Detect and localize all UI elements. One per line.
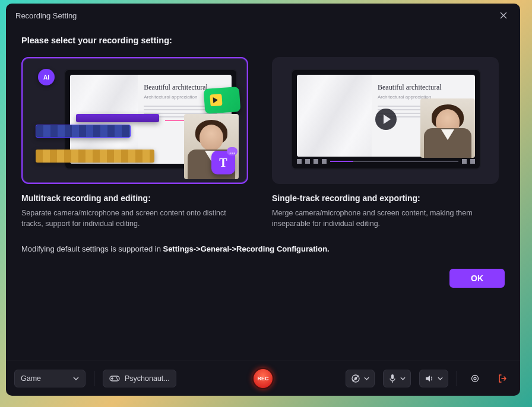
settings-button[interactable] — [466, 370, 484, 387]
presenter-illustration — [420, 98, 475, 158]
chevron-down-icon — [400, 377, 406, 380]
option-multitrack[interactable]: Beautiful architectural Architectural ap… — [21, 57, 248, 229]
note-path: Settings->General->Recording Configurati… — [163, 244, 329, 253]
chevron-down-icon — [364, 377, 369, 380]
game-source-label: Psychonaut... — [125, 374, 170, 383]
video-widget-icon — [204, 87, 241, 114]
exit-button[interactable] — [493, 370, 512, 387]
close-button[interactable] — [496, 8, 511, 23]
svg-point-7 — [474, 377, 476, 380]
player-controls — [297, 157, 475, 166]
svg-rect-5 — [391, 374, 394, 379]
exit-icon — [498, 374, 507, 383]
microphone-toggle[interactable] — [383, 370, 411, 387]
gamepad-icon — [109, 374, 120, 383]
options-row: Beautiful architectural Architectural ap… — [21, 57, 505, 229]
speaker-icon — [425, 374, 434, 383]
chevron-down-icon — [438, 377, 443, 380]
video-track-strip-2 — [36, 150, 154, 163]
note-prefix: Modifying default settings is supported … — [21, 244, 163, 253]
webcam-off-icon — [351, 374, 360, 383]
ok-button[interactable]: OK — [449, 269, 505, 288]
microphone-icon — [388, 374, 397, 383]
mode-select[interactable]: Game — [14, 370, 86, 387]
text-widget-icon: T — [211, 151, 235, 174]
mock-screen-title: Beautiful architectural — [378, 83, 469, 92]
audio-track-strip — [76, 114, 159, 122]
system-audio-toggle[interactable] — [419, 370, 448, 387]
game-source-chip[interactable]: Psychonaut... — [103, 370, 176, 387]
window-title: Recording Setting — [15, 11, 77, 20]
option-multitrack-desc: Separate camera/microphone and screen co… — [21, 208, 248, 229]
record-button[interactable]: REC — [252, 368, 274, 389]
play-icon — [375, 109, 397, 130]
chevron-down-icon — [73, 377, 79, 380]
close-icon — [500, 12, 507, 19]
svg-point-2 — [117, 379, 118, 380]
titlebar: Recording Setting — [6, 4, 520, 27]
divider — [457, 371, 457, 386]
divider — [94, 371, 94, 386]
option-singletrack-title: Single-track recording and exporting: — [272, 193, 499, 203]
record-label: REC — [257, 376, 268, 381]
bottom-toolbar: Game Psychonaut... REC — [6, 360, 520, 396]
svg-point-1 — [116, 377, 117, 379]
option-multitrack-title: Multitrack recording and editing: — [21, 193, 248, 203]
webcam-toggle[interactable] — [346, 370, 375, 387]
video-track-strip-1 — [36, 125, 131, 138]
recording-setting-dialog: Recording Setting Please select your rec… — [6, 4, 520, 396]
mode-select-value: Game — [21, 374, 41, 383]
option-multitrack-thumb: Beautiful architectural Architectural ap… — [21, 57, 248, 184]
settings-path-note: Modifying default settings is supported … — [21, 244, 505, 253]
option-singletrack-thumb: Beautiful architectural Architectural ap… — [272, 57, 499, 184]
option-singletrack[interactable]: Beautiful architectural Architectural ap… — [272, 57, 499, 229]
ai-badge-icon: AI — [38, 69, 55, 85]
gear-icon — [470, 374, 480, 383]
heading: Please select your recording setting: — [21, 36, 505, 45]
svg-point-6 — [472, 375, 479, 381]
option-singletrack-desc: Merge camera/microphone and screen conte… — [272, 208, 499, 229]
